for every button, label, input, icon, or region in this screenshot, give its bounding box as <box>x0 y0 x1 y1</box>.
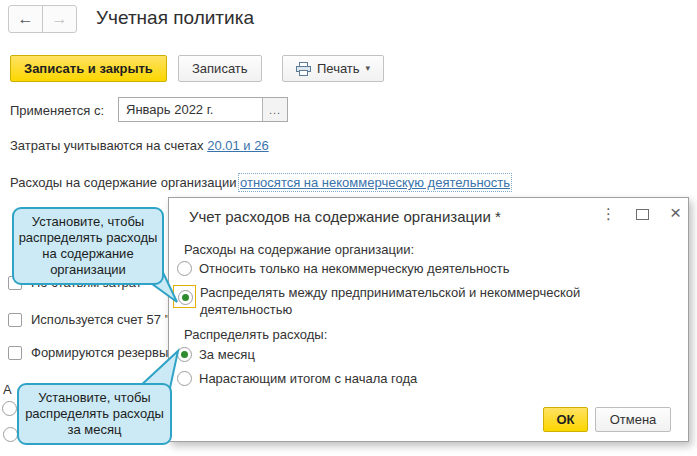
radio-label: Нарастающим итогом с начала года <box>199 371 417 386</box>
radio-label: За месяц <box>199 347 255 362</box>
radio-label: Относить только на некоммерческую деятел… <box>199 261 510 276</box>
ok-button[interactable]: ОК <box>543 407 588 432</box>
save-button[interactable]: Записать <box>178 55 262 82</box>
close-icon[interactable]: × <box>670 202 681 224</box>
maintenance-expenses-link[interactable]: относятся на некоммерческую деятельность <box>240 175 510 190</box>
cost-accounts-line: Затраты учитываются на счетах 20.01 и 26 <box>10 138 269 153</box>
more-menu-icon[interactable]: ⋮ <box>601 205 616 223</box>
maximize-icon[interactable] <box>636 209 649 220</box>
cancel-button[interactable]: Отмена <box>595 407 671 432</box>
radio-icon <box>3 427 18 442</box>
forward-button[interactable]: → <box>42 5 77 33</box>
applies-from-field[interactable]: Январь 2022 г. ... <box>118 97 288 122</box>
cost-accounts-text: Затраты учитываются на счетах <box>10 138 204 153</box>
expenses-group-label: Расходы на содержание организации: <box>184 242 414 257</box>
callout-per-month: Установите, чтобы распределять расходы з… <box>17 383 172 445</box>
app-window: ← → Учетная политика Записать и закрыть … <box>0 0 697 456</box>
hidden-radio[interactable] <box>2 401 17 416</box>
checkbox-icon <box>8 346 22 360</box>
distribute-group-label: Распределять расходы: <box>184 327 327 342</box>
checkbox-row-account57[interactable]: Используется счет 57 " <box>8 312 169 327</box>
expenses-settings-dialog: Учет расходов на содержание организации … <box>168 197 689 442</box>
radio-cumulative[interactable]: Нарастающим итогом с начала года <box>177 371 417 386</box>
print-button[interactable]: Печать ▾ <box>282 55 384 82</box>
dialog-title: Учет расходов на содержание организации … <box>189 208 501 225</box>
radio-per-month[interactable]: За месяц <box>177 347 255 362</box>
radio-only-noncommercial[interactable]: Относить только на некоммерческую деятел… <box>177 261 510 276</box>
cost-accounts-link[interactable]: 20.01 и 26 <box>207 138 268 153</box>
callout-distribute-expenses: Установите, чтобы распределять расходы н… <box>12 207 164 285</box>
history-nav: ← → <box>8 5 77 33</box>
save-and-close-button[interactable]: Записать и закрыть <box>10 55 167 82</box>
applies-from-value[interactable]: Январь 2022 г. <box>119 102 262 117</box>
applies-from-label: Применяется с: <box>10 103 104 118</box>
hidden-group-label-fragment: А <box>3 382 12 397</box>
back-button[interactable]: ← <box>8 5 43 33</box>
checkbox-icon <box>8 313 22 327</box>
checkbox-label: Используется счет 57 " <box>31 312 169 327</box>
choose-period-button[interactable]: ... <box>262 98 287 121</box>
maintenance-expenses-text: Расходы на содержание организации <box>10 175 236 190</box>
page-title: Учетная политика <box>96 7 254 29</box>
print-button-label: Печать <box>317 56 360 81</box>
forward-arrow-icon: → <box>52 10 68 28</box>
maintenance-expenses-line: Расходы на содержание организации относя… <box>10 175 510 190</box>
printer-icon <box>296 62 311 76</box>
chevron-down-icon: ▾ <box>366 56 371 81</box>
radio-distribute-label[interactable]: Распределять между предпринимательской и… <box>200 284 675 318</box>
back-arrow-icon: ← <box>18 10 34 28</box>
